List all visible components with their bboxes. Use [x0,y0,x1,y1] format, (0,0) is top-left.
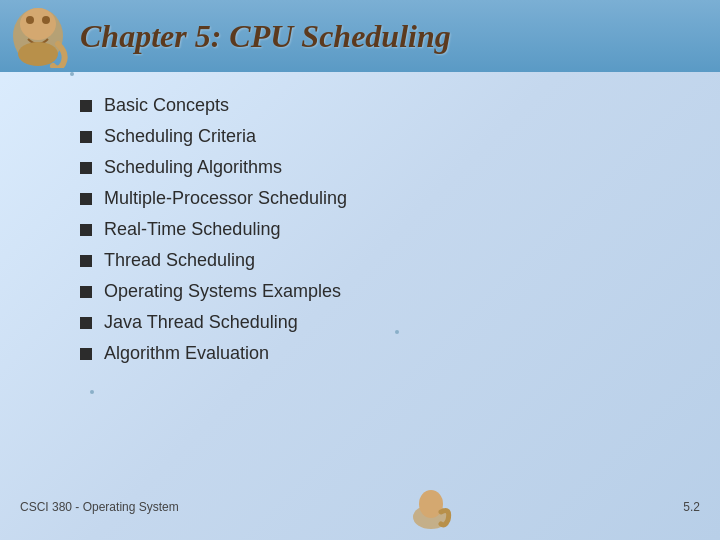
decorative-dot [395,330,399,334]
bullet-icon [80,286,92,298]
slide-content: Basic ConceptsScheduling CriteriaSchedul… [0,72,720,474]
bullet-icon [80,255,92,267]
bullet-text: Multiple-Processor Scheduling [104,188,347,209]
bullet-text: Thread Scheduling [104,250,255,271]
bullet-text: Real-Time Scheduling [104,219,280,240]
bullet-item: Algorithm Evaluation [80,340,680,367]
svg-point-2 [26,16,34,24]
bullet-item: Operating Systems Examples [80,278,680,305]
footer-logo [406,482,456,532]
bullet-icon [80,317,92,329]
bullet-icon [80,193,92,205]
bullet-icon [80,100,92,112]
bullet-item: Real-Time Scheduling [80,216,680,243]
bullet-text: Scheduling Criteria [104,126,256,147]
slide-title: Chapter 5: CPU Scheduling [80,18,451,55]
bullet-icon [80,224,92,236]
header-logo [8,4,68,68]
svg-point-1 [20,8,56,40]
bullet-item: Scheduling Algorithms [80,154,680,181]
bullet-text: Algorithm Evaluation [104,343,269,364]
bullet-text: Scheduling Algorithms [104,157,282,178]
bullet-item: Basic Concepts [80,92,680,119]
footer-right: 5.2 [683,500,700,514]
bullet-list: Basic ConceptsScheduling CriteriaSchedul… [80,92,680,367]
bullet-text: Java Thread Scheduling [104,312,298,333]
slide-footer: CSCI 380 - Operating System 5.2 [0,474,720,540]
svg-point-4 [18,42,58,66]
footer-left: CSCI 380 - Operating System [20,500,179,514]
slide-header: Chapter 5: CPU Scheduling [0,0,720,72]
bullet-item: Scheduling Criteria [80,123,680,150]
bullet-item: Multiple-Processor Scheduling [80,185,680,212]
decorative-dot [70,72,74,76]
bullet-icon [80,131,92,143]
bullet-text: Basic Concepts [104,95,229,116]
bullet-icon [80,348,92,360]
svg-point-3 [42,16,50,24]
decorative-dot [90,390,94,394]
bullet-icon [80,162,92,174]
bullet-text: Operating Systems Examples [104,281,341,302]
slide: Chapter 5: CPU Scheduling Basic Concepts… [0,0,720,540]
bullet-item: Thread Scheduling [80,247,680,274]
bullet-item: Java Thread Scheduling [80,309,680,336]
